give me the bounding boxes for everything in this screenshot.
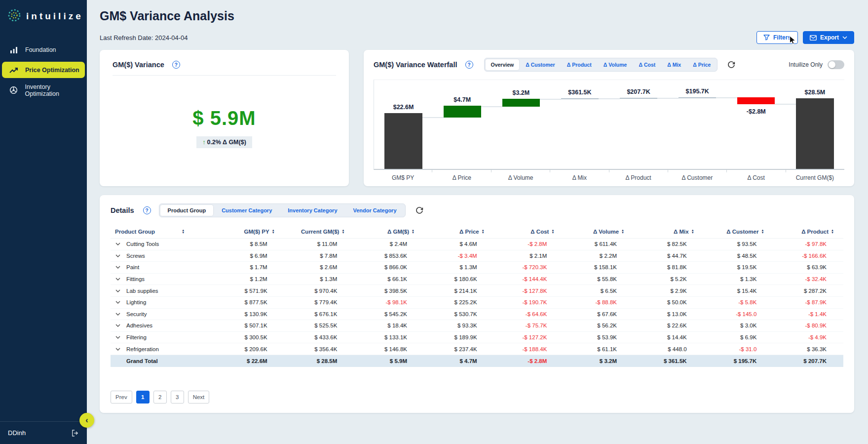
- value-cell: -$ 190.7K: [494, 299, 564, 305]
- waterfall-tab-customer[interactable]: Δ Customer: [520, 59, 560, 70]
- next-button[interactable]: Next: [188, 391, 210, 404]
- column-header-volume[interactable]: Δ Volume▲▼: [564, 229, 634, 235]
- waterfall-bar-mix[interactable]: [561, 98, 599, 99]
- value-cell: $ 676.1K: [284, 311, 354, 317]
- waterfall-axis-label: Current GM($): [786, 174, 844, 181]
- value-cell: $ 398.5K: [354, 288, 424, 294]
- details-tab-inventory-category[interactable]: Inventory Category: [280, 205, 344, 216]
- page-button-1[interactable]: 1: [136, 391, 150, 404]
- pagination: Prev123Next: [111, 391, 843, 404]
- expand-chevron-icon[interactable]: [111, 278, 125, 281]
- value-cell: $ 2.2M: [564, 253, 634, 259]
- waterfall-tab-product[interactable]: Δ Product: [562, 59, 597, 70]
- waterfall-axis-label: Δ Product: [609, 174, 668, 181]
- sort-icon[interactable]: ▲▼: [551, 229, 554, 234]
- help-icon[interactable]: ?: [143, 206, 151, 214]
- column-header-customer[interactable]: Δ Customer▲▼: [704, 229, 774, 235]
- column-header-label: Δ Mix: [674, 229, 689, 235]
- help-icon[interactable]: ?: [465, 61, 473, 69]
- value-cell: $ 507.1K: [214, 323, 284, 328]
- product-group-cell: Grand Total: [125, 358, 214, 364]
- column-header-price[interactable]: Δ Price▲▼: [424, 229, 494, 235]
- value-cell: $ 48.5K: [704, 253, 774, 259]
- waterfall-bar-current-gm[interactable]: [796, 98, 833, 169]
- sort-icon[interactable]: ▲▼: [182, 229, 185, 234]
- sidebar-item-foundation[interactable]: Foundation: [2, 41, 85, 58]
- waterfall-bar-customer[interactable]: [679, 97, 716, 98]
- sidebar-item-inventory-optimization[interactable]: Inventory Optimization: [2, 82, 85, 98]
- refresh-icon[interactable]: [727, 61, 735, 69]
- waterfall-bar-price[interactable]: [444, 106, 481, 118]
- waterfall-tab-cost[interactable]: Δ Cost: [633, 59, 661, 70]
- waterfall-tab-volume[interactable]: Δ Volume: [598, 59, 633, 70]
- value-cell: $ 779.4K: [284, 299, 354, 305]
- column-header-product-group[interactable]: Product Group▲▼: [111, 229, 214, 235]
- details-tab-vendor-category[interactable]: Vendor Category: [346, 205, 404, 216]
- value-cell: -$ 720.3K: [494, 264, 564, 270]
- column-header-gm-py[interactable]: GM($) PY▲▼: [214, 229, 284, 235]
- expand-chevron-icon[interactable]: [111, 254, 125, 257]
- waterfall-tab-mix[interactable]: Δ Mix: [662, 59, 686, 70]
- sort-icon[interactable]: ▲▼: [341, 229, 344, 234]
- value-cell: $ 287.2K: [773, 288, 843, 294]
- sort-icon[interactable]: ▲▼: [761, 229, 764, 234]
- sort-icon[interactable]: ▲▼: [412, 229, 415, 234]
- intuilize-only-toggle[interactable]: [828, 60, 844, 69]
- column-header-label: Δ Product: [801, 229, 829, 235]
- column-header-gm[interactable]: Δ GM($)▲▼: [354, 229, 424, 235]
- refresh-icon[interactable]: [415, 206, 423, 214]
- export-button[interactable]: Export: [803, 31, 854, 44]
- waterfall-connector: [481, 106, 502, 107]
- expand-chevron-icon[interactable]: [111, 289, 125, 292]
- value-cell: $ 3.2M: [564, 358, 634, 364]
- waterfall-axis-label: Δ Price: [432, 174, 491, 181]
- column-header-current-gm[interactable]: Current GM($)▲▼: [284, 229, 354, 235]
- filters-button[interactable]: Filters: [756, 31, 798, 44]
- table-row: Filtering$ 300.5K$ 433.6K$ 133.1K$ 189.9…: [111, 332, 843, 344]
- sidebar-item-price-optimization[interactable]: Price Optimization: [2, 62, 85, 78]
- sort-icon[interactable]: ▲▼: [272, 229, 275, 234]
- waterfall-connector: [540, 99, 561, 100]
- sidebar-collapse-button[interactable]: ‹: [79, 413, 94, 428]
- sort-icon[interactable]: ▲▼: [691, 229, 694, 234]
- value-cell: $ 5.2K: [634, 276, 704, 282]
- waterfall-tab-overview[interactable]: Overview: [486, 59, 520, 70]
- sidebar-item-label: Price Optimization: [25, 67, 79, 74]
- waterfall-bar-value: $195.7K: [668, 88, 727, 95]
- details-tab-customer-category[interactable]: Customer Category: [214, 205, 279, 216]
- details-tab-product-group[interactable]: Product Group: [160, 205, 214, 216]
- expand-chevron-icon[interactable]: [111, 348, 125, 351]
- column-header-cost[interactable]: Δ Cost▲▼: [494, 229, 564, 235]
- waterfall-bar-cost[interactable]: [737, 97, 775, 104]
- value-cell: $ 93.5K: [704, 241, 774, 247]
- sort-icon[interactable]: ▲▼: [621, 229, 624, 234]
- column-header-mix[interactable]: Δ Mix▲▼: [634, 229, 704, 235]
- page-button-2[interactable]: 2: [153, 391, 167, 404]
- value-cell: $ 63.9K: [773, 264, 843, 270]
- sort-icon[interactable]: ▲▼: [831, 229, 834, 234]
- sidebar: intuilize FoundationPrice OptimizationIn…: [0, 0, 87, 444]
- expand-chevron-icon[interactable]: [111, 324, 125, 327]
- waterfall-bar-volume[interactable]: [502, 99, 540, 107]
- value-cell: -$ 166.6K: [773, 253, 843, 259]
- sort-icon[interactable]: ▲▼: [482, 229, 485, 234]
- expand-chevron-icon[interactable]: [111, 301, 125, 304]
- expand-chevron-icon[interactable]: [111, 336, 125, 339]
- prev-button[interactable]: Prev: [111, 391, 132, 404]
- column-header-label: Current GM($): [301, 229, 339, 235]
- sidebar-nav: FoundationPrice OptimizationInventory Op…: [0, 41, 87, 98]
- column-header-product[interactable]: Δ Product▲▼: [773, 229, 843, 235]
- help-icon[interactable]: ?: [172, 61, 180, 69]
- waterfall-axis-ticks: [374, 170, 844, 172]
- page-button-3[interactable]: 3: [171, 391, 184, 404]
- waterfall-bar-product[interactable]: [620, 98, 657, 99]
- wheel-icon: [9, 86, 19, 94]
- logout-icon[interactable]: [72, 430, 79, 437]
- expand-chevron-icon[interactable]: [111, 313, 125, 316]
- waterfall-bar-gm-py[interactable]: [384, 113, 422, 169]
- waterfall-tab-price[interactable]: Δ Price: [687, 59, 716, 70]
- expand-chevron-icon[interactable]: [111, 266, 125, 269]
- expand-chevron-icon[interactable]: [111, 242, 125, 245]
- value-cell: $ 56.2K: [564, 323, 634, 328]
- value-cell: $ 433.6K: [284, 334, 354, 340]
